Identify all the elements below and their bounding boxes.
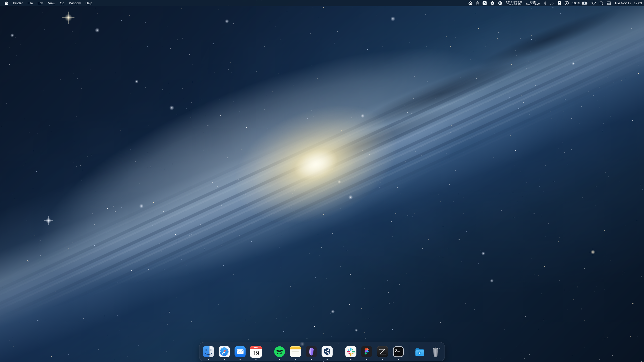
menu-window[interactable]: Window — [69, 1, 80, 5]
triangle-app-menu-extra[interactable] — [482, 1, 487, 5]
trash-icon — [430, 346, 442, 358]
hexagon-share-icon — [490, 1, 495, 5]
obsidian-icon — [305, 346, 317, 358]
battery-charging-icon — [582, 2, 588, 5]
dock-item-finder[interactable] — [203, 346, 215, 358]
apple-logo-icon — [5, 1, 8, 5]
running-indicator — [256, 359, 257, 360]
wifi-status[interactable] — [591, 2, 596, 5]
menu-bar-status: G San Francisco Tue 4:03 AM Brazil Tue 8… — [468, 1, 642, 6]
dock-item-zed[interactable] — [377, 346, 389, 358]
iphone-mirroring-status[interactable] — [558, 1, 561, 5]
dock-item-hexagon-app[interactable] — [321, 346, 333, 358]
running-indicator — [366, 359, 367, 360]
svg-text:G: G — [499, 2, 502, 5]
now-playing-status[interactable] — [565, 1, 569, 5]
running-indicator — [224, 359, 225, 360]
dock-item-calendar[interactable]: NOV 19 — [250, 346, 262, 358]
triangle-app-icon — [482, 1, 487, 5]
menu-bar: Finder File Edit View Go Window Help — [0, 0, 644, 6]
clock-time: Tue 4:03 AM — [507, 3, 521, 6]
wifi-icon — [591, 2, 596, 5]
dock-item-trash[interactable] — [430, 346, 442, 358]
menu-view[interactable]: View — [48, 1, 55, 5]
pill-icon — [476, 1, 479, 5]
dock-item-obsidian[interactable] — [305, 346, 317, 358]
flower-icon — [468, 1, 472, 5]
menu-go[interactable]: Go — [60, 1, 64, 5]
galaxy-core-glow — [182, 54, 451, 275]
dock-item-figma[interactable] — [361, 346, 373, 358]
dock-item-downloads[interactable] — [414, 346, 426, 358]
flower-menu-extra[interactable] — [468, 1, 472, 5]
calendar-icon: NOV 19 — [250, 346, 262, 358]
menu-file[interactable]: File — [28, 1, 33, 5]
zed-icon — [377, 346, 389, 358]
running-indicator — [350, 359, 351, 360]
calendar-month: NOV — [250, 346, 262, 349]
control-center-status[interactable] — [607, 2, 611, 5]
clock-time: Tue 8:03 AM — [526, 3, 540, 6]
dock-item-notes[interactable] — [290, 346, 302, 358]
dock-item-spotify[interactable] — [274, 346, 286, 358]
running-indicator — [311, 359, 312, 360]
running-indicator — [382, 359, 383, 360]
world-clock-san-francisco[interactable]: San Francisco Tue 4:03 AM — [506, 1, 522, 6]
now-playing-icon — [565, 1, 569, 5]
menu-bar-date: Tue Nov 19 — [615, 1, 631, 5]
battery-percent: 100% — [572, 2, 580, 5]
safari-icon — [218, 346, 230, 358]
terminal-icon — [392, 346, 405, 358]
hexagon-share-app-icon — [321, 346, 333, 358]
menu-bar-clock[interactable]: Tue Nov 19 12:03 — [615, 1, 642, 5]
galaxy-band — [0, 0, 644, 362]
spotlight-status[interactable] — [599, 1, 603, 5]
search-icon — [599, 1, 603, 5]
dock-spacer — [337, 346, 341, 358]
desktop: Finder File Edit View Go Window Help — [0, 0, 644, 362]
dotted-arc-status[interactable] — [550, 2, 554, 5]
dock-item-safari[interactable] — [218, 346, 230, 358]
running-indicator — [327, 359, 328, 360]
downloads-folder-icon — [414, 346, 426, 358]
notes-icon — [290, 346, 302, 358]
pill-menu-extra[interactable] — [476, 1, 479, 5]
dock-separator — [409, 345, 409, 359]
bluetooth-icon — [544, 1, 546, 5]
running-indicator — [398, 359, 399, 360]
menu-bar-time: 12:03 — [634, 1, 642, 5]
apple-menu[interactable] — [5, 1, 8, 5]
menu-finder[interactable]: Finder — [13, 1, 23, 5]
dock-item-terminal[interactable] — [392, 346, 405, 358]
starfield — [0, 0, 644, 362]
g-circle-icon: G — [498, 1, 502, 5]
dock-item-mail[interactable] — [234, 346, 246, 358]
control-center-icon — [607, 2, 611, 5]
menu-help[interactable]: Help — [86, 1, 92, 5]
calendar-day: 19 — [250, 349, 262, 358]
bluetooth-status[interactable] — [544, 1, 546, 5]
mail-icon — [234, 346, 246, 358]
g-circle-menu-extra[interactable]: G — [498, 1, 502, 5]
figma-icon — [361, 346, 373, 358]
running-indicator — [295, 359, 296, 360]
galaxy-core-bright — [281, 136, 351, 193]
iphone-mirroring-icon — [558, 1, 561, 5]
running-indicator — [240, 359, 241, 360]
hexagon-share-menu-extra[interactable] — [490, 1, 495, 5]
battery-status[interactable]: 100% — [572, 2, 588, 5]
spotify-icon — [274, 346, 286, 358]
running-indicator — [208, 359, 209, 360]
dock: NOV 19 — [199, 342, 445, 361]
running-indicator — [279, 359, 280, 360]
finder-icon — [203, 346, 215, 358]
galaxy-halo — [0, 0, 644, 362]
clock-city: San Francisco — [506, 1, 522, 3]
world-clock-brazil[interactable]: Brazil Tue 8:03 AM — [526, 1, 540, 6]
galaxy-dust-streaks — [0, 0, 644, 362]
slack-icon — [345, 346, 357, 358]
menu-edit[interactable]: Edit — [38, 1, 43, 5]
dock-item-slack[interactable] — [345, 346, 357, 358]
galaxy-dark-dust — [0, 0, 644, 362]
dotted-arc-icon — [550, 2, 554, 5]
